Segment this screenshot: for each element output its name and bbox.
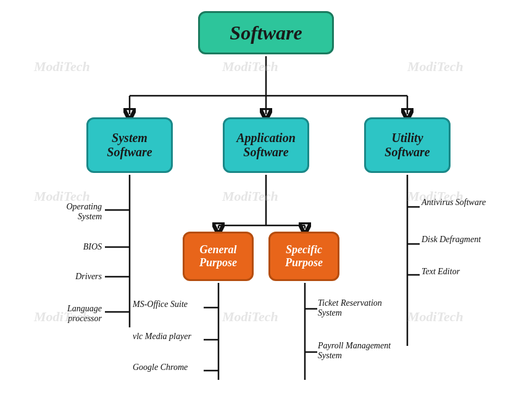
node-general: GeneralPurpose <box>183 232 254 281</box>
specific-label: SpecificPurpose <box>285 243 323 269</box>
label-operating-system: Operating System <box>46 202 102 222</box>
watermark-2: ModiTech <box>222 59 278 75</box>
system-label: SystemSoftware <box>107 131 152 159</box>
watermark-9: ModiTech <box>407 309 463 325</box>
node-system: SystemSoftware <box>86 117 173 173</box>
label-bios: BIOS <box>46 242 102 252</box>
label-drivers: Drivers <box>46 272 102 282</box>
node-utility: UtilitySoftware <box>364 117 451 173</box>
label-antivirus: Antivirus Software <box>422 198 502 208</box>
node-root: Software <box>198 11 334 54</box>
node-application: ApplicationSoftware <box>223 117 309 173</box>
label-text-editor: Text Editor <box>422 267 502 277</box>
root-label: Software <box>230 22 302 44</box>
label-vlc: vlc Media player <box>133 332 201 342</box>
utility-label: UtilitySoftware <box>384 131 430 159</box>
label-ms-office: MS-Office Suite <box>133 300 201 309</box>
watermark-3: ModiTech <box>407 59 463 75</box>
label-google-chrome: Google Chrome <box>133 363 201 372</box>
general-label: GeneralPurpose <box>199 243 237 269</box>
node-specific: SpecificPurpose <box>268 232 339 281</box>
watermark-1: ModiTech <box>34 59 90 75</box>
watermark-5: ModiTech <box>222 188 278 204</box>
watermark-8: ModiTech <box>222 309 278 325</box>
application-label: ApplicationSoftware <box>236 131 296 159</box>
label-ticket: Ticket Reservation System <box>318 298 404 318</box>
label-payroll: Payroll Management System <box>318 341 404 361</box>
label-disk: Disk Defragment <box>422 235 502 245</box>
label-language-processor: Language processor <box>34 304 102 324</box>
diagram: Software SystemSoftware ApplicationSoftw… <box>0 0 532 399</box>
